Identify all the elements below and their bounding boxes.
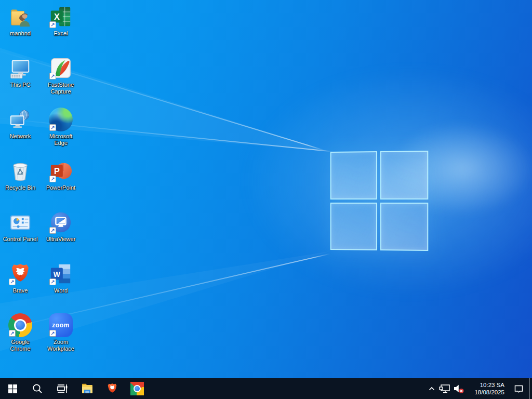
- ultraviewer-icon: ↗: [49, 210, 73, 234]
- shortcut-arrow-icon: ↗: [49, 330, 56, 337]
- desktop-icon-label: Microsoft Edge: [49, 133, 73, 147]
- shortcut-arrow-icon: ↗: [49, 21, 56, 28]
- powerpoint-letter: P: [54, 166, 60, 176]
- taskbar-left: [0, 378, 150, 399]
- desktop-icon-this-pc[interactable]: This PC: [0, 51, 41, 103]
- desktop-icon-label: manhnd: [10, 30, 31, 37]
- desktop-icon-label: Brave: [13, 287, 28, 294]
- shortcut-arrow-icon: ↗: [49, 278, 56, 285]
- tray-overflow-button[interactable]: [426, 378, 437, 399]
- volume-muted-icon: [453, 383, 464, 394]
- shortcut-arrow-icon: ↗: [9, 278, 16, 285]
- desktop-icon-label: Google Chrome: [10, 339, 30, 352]
- desktop-icon-recycle-bin[interactable]: Recycle Bin: [0, 154, 41, 206]
- task-view-button[interactable]: [50, 378, 75, 399]
- search-icon: [32, 383, 43, 394]
- chevron-up-icon: [429, 387, 435, 391]
- powerpoint-icon: P ↗: [49, 159, 73, 183]
- desktop-icon-edge[interactable]: ↗ Microsoft Edge: [41, 103, 81, 154]
- tray-volume-button[interactable]: [451, 378, 466, 399]
- network-globe-icon: [8, 108, 32, 131]
- chrome-icon: [130, 382, 144, 395]
- desktop-icon-label: This PC: [10, 82, 30, 88]
- windows-start-icon: [8, 384, 17, 393]
- desktop-icon-label: Excel: [54, 30, 68, 37]
- desktop-icon-ultraviewer[interactable]: ↗ UltraViewer: [41, 206, 81, 257]
- start-button[interactable]: [0, 378, 25, 399]
- desktop-icon-label: PowerPoint: [46, 184, 75, 191]
- zoom-workplace-icon: zoom ↗: [49, 313, 73, 337]
- desktop-icon-column-2: X ↗ Excel ↗ FastStone Capture: [41, 0, 81, 360]
- taskbar-chrome-button[interactable]: [125, 378, 150, 399]
- desktop-icon-label: UltraViewer: [46, 236, 76, 243]
- microsoft-edge-icon: ↗: [49, 108, 73, 131]
- windows-desktop: manhnd This PC: [0, 0, 532, 399]
- brave-icon: ↗: [8, 262, 32, 286]
- faststone-capture-icon: ↗: [49, 56, 73, 80]
- shortcut-arrow-icon: ↗: [49, 73, 56, 79]
- desktop-icon-label: Word: [54, 287, 68, 294]
- taskbar-brave-button[interactable]: [100, 378, 125, 399]
- file-explorer-icon: [81, 383, 94, 394]
- word-icon: W ↗: [49, 262, 73, 286]
- brave-icon: [106, 382, 118, 395]
- windows-logo: [330, 151, 429, 251]
- shortcut-arrow-icon: ↗: [49, 227, 56, 234]
- shortcut-arrow-icon: ↗: [49, 176, 56, 182]
- system-tray: 10:23 SA 18/08/2025: [426, 378, 532, 399]
- desktop-icon-column-1: manhnd This PC: [0, 0, 41, 360]
- desktop-icon-manhnd[interactable]: manhnd: [0, 0, 41, 51]
- desktop-icon-label: Control Panel: [3, 236, 38, 243]
- desktop-icon-word[interactable]: W ↗ Word: [41, 257, 81, 309]
- shortcut-arrow-icon: ↗: [49, 124, 56, 131]
- desktop-icon-label: FastStone Capture: [48, 82, 74, 95]
- windows-logo-pane: [330, 202, 377, 250]
- user-folder-icon: [8, 5, 32, 29]
- desktop-icon-label: Network: [10, 133, 31, 140]
- desktop-icon-excel[interactable]: X ↗ Excel: [41, 0, 81, 51]
- desktop-icon-network[interactable]: Network: [0, 103, 41, 154]
- network-ethernet-icon: [439, 384, 450, 394]
- word-letter: W: [54, 270, 61, 278]
- desktop-icon-zoom[interactable]: zoom ↗ Zoom Workplace: [41, 309, 81, 360]
- windows-logo-pane: [380, 203, 428, 251]
- file-explorer-button[interactable]: [75, 378, 100, 399]
- desktop-icon-faststone[interactable]: ↗ FastStone Capture: [41, 51, 81, 103]
- recycle-bin-icon: [8, 159, 32, 183]
- zoom-icon-text: zoom: [52, 322, 69, 329]
- action-center-icon: [514, 384, 524, 393]
- desktop-icon-powerpoint[interactable]: P ↗ PowerPoint: [41, 154, 81, 206]
- desktop-icon-control-panel[interactable]: Control Panel: [0, 206, 41, 257]
- action-center-button[interactable]: [508, 378, 529, 399]
- taskbar-clock[interactable]: 10:23 SA 18/08/2025: [468, 381, 504, 396]
- clock-date: 18/08/2025: [468, 389, 504, 396]
- windows-logo-pane: [380, 151, 428, 200]
- control-panel-icon: [8, 210, 32, 234]
- search-button[interactable]: [25, 378, 50, 399]
- chrome-icon: ↗: [8, 313, 32, 337]
- excel-icon: X ↗: [49, 5, 73, 29]
- task-view-icon: [57, 383, 68, 394]
- desktop-icon-label: Zoom Workplace: [47, 339, 74, 352]
- desktop-icon-label: Recycle Bin: [5, 184, 35, 191]
- tray-network-button[interactable]: [437, 378, 451, 399]
- desktop-icon-google-chrome[interactable]: ↗ Google Chrome: [0, 309, 41, 360]
- desktop-icon-brave[interactable]: ↗ Brave: [0, 257, 41, 309]
- windows-logo-pane: [330, 151, 377, 199]
- excel-letter: X: [54, 12, 60, 21]
- taskbar: 10:23 SA 18/08/2025: [0, 378, 532, 399]
- shortcut-arrow-icon: ↗: [9, 330, 16, 337]
- clock-time: 10:23 SA: [468, 381, 504, 389]
- show-desktop-button[interactable]: [529, 378, 532, 399]
- this-pc-icon: [8, 56, 32, 80]
